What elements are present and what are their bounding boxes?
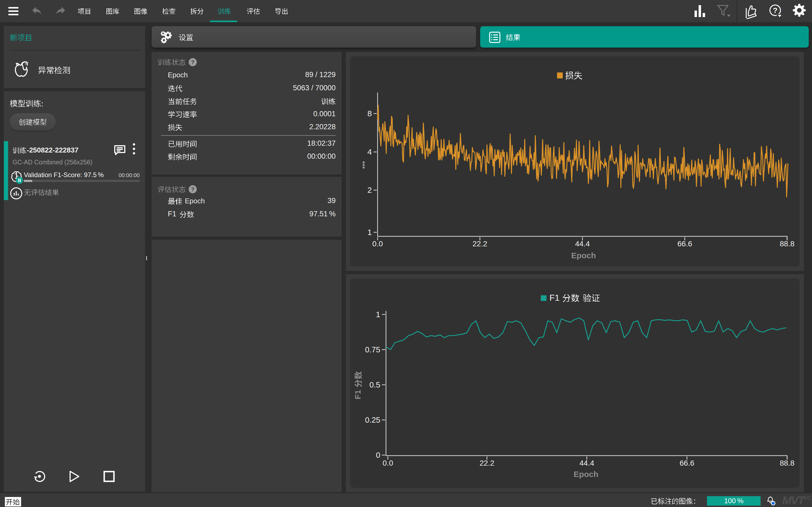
svg-text:0.0: 0.0 [372, 239, 383, 248]
svg-text:0.0: 0.0 [383, 459, 393, 467]
svg-text:88.8: 88.8 [780, 239, 795, 248]
svg-text:8: 8 [367, 109, 372, 118]
svg-text:0: 0 [376, 451, 380, 459]
svg-text:1: 1 [367, 228, 372, 237]
svg-text:44.4: 44.4 [579, 459, 594, 467]
svg-text:Epoch: Epoch [571, 251, 596, 260]
svg-text:88.8: 88.8 [780, 459, 795, 467]
svg-text:2: 2 [367, 185, 372, 194]
svg-text:?: ? [191, 59, 194, 65]
svg-text:1: 1 [376, 310, 380, 319]
svg-text:?: ? [773, 6, 777, 15]
svg-text:4: 4 [367, 147, 372, 156]
svg-text:0.5: 0.5 [369, 381, 380, 389]
svg-text:Epoch: Epoch [573, 470, 599, 478]
svg-text:0.25: 0.25 [365, 415, 380, 424]
svg-text:66.6: 66.6 [680, 459, 695, 467]
svg-text:44.4: 44.4 [575, 239, 590, 248]
svg-text:22.2: 22.2 [472, 239, 488, 248]
svg-text:66.6: 66.6 [677, 239, 692, 248]
svg-text:0.75: 0.75 [365, 345, 380, 354]
svg-text:?: ? [191, 186, 194, 192]
svg-text:22.2: 22.2 [479, 459, 495, 467]
